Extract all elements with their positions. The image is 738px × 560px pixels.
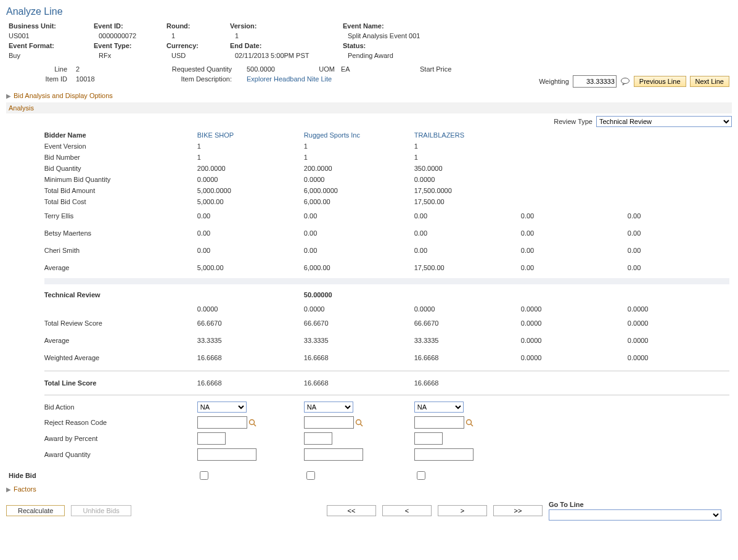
reject-reason-label: Reject Reason Code xyxy=(42,414,195,430)
nav-next-button[interactable]: > xyxy=(438,505,487,516)
bid-analysis-label: Bid Analysis and Display Options xyxy=(14,92,113,99)
table-cell: 33.3335 xyxy=(412,332,519,349)
table-cell: 17,500.0000 xyxy=(412,185,519,196)
comment-icon[interactable] xyxy=(620,77,630,86)
table-cell: 1 xyxy=(195,141,301,152)
bid-number-row-label: Bid Number xyxy=(42,152,195,163)
reject-reason-input-1[interactable] xyxy=(197,416,247,429)
table-cell: 0.00 xyxy=(195,207,301,224)
go-to-line-select[interactable] xyxy=(549,509,721,521)
bid-action-select-1[interactable]: NA xyxy=(197,401,247,413)
table-cell: 0.0000 xyxy=(412,174,519,185)
min-bid-qty-row-label: Minimum Bid Quantity xyxy=(42,174,195,185)
award-percent-input-2[interactable] xyxy=(304,432,332,445)
hide-bid-checkbox-2[interactable] xyxy=(306,471,315,480)
item-desc-link[interactable]: Explorer Headband Nite Lite xyxy=(247,75,332,83)
average-row-label: Average xyxy=(42,259,195,276)
status-value: Pending Award xyxy=(340,51,732,60)
table-cell: 0.00 xyxy=(301,224,412,242)
table-cell: 0.0000 xyxy=(625,332,732,349)
page-title: Analyze Line xyxy=(6,6,732,17)
reject-reason-input-2[interactable] xyxy=(304,416,354,429)
hide-bid-checkbox-3[interactable] xyxy=(417,471,425,480)
table-cell: 33.3335 xyxy=(301,332,412,349)
table-cell: 16.6668 xyxy=(301,376,412,390)
bid-analysis-section-toggle[interactable]: ▶ Bid Analysis and Display Options xyxy=(6,90,732,101)
person-name: Cheri Smith xyxy=(42,242,195,259)
go-to-line-label: Go To Line xyxy=(549,501,732,508)
table-cell: 1 xyxy=(412,152,519,163)
analysis-section-header: Analysis xyxy=(6,102,732,113)
table-cell: 0.0000 xyxy=(625,349,732,366)
event-format-value: Buy xyxy=(6,51,91,60)
line-label: Line xyxy=(6,64,70,74)
table-cell: 1 xyxy=(301,152,412,163)
previous-line-button[interactable]: Previous Line xyxy=(634,76,686,87)
table-cell: 1 xyxy=(301,141,412,152)
hide-bid-label: Hide Bid xyxy=(6,467,195,484)
table-cell: 17,500.00 xyxy=(412,196,519,207)
person-name: Betsy Maertens xyxy=(42,224,195,242)
table-cell: 16.6668 xyxy=(412,349,519,366)
award-qty-label: Award Quantity xyxy=(42,447,195,463)
technical-review-label: Technical Review xyxy=(42,286,195,303)
table-cell: 1 xyxy=(412,141,519,152)
lookup-icon[interactable] xyxy=(465,419,474,427)
award-qty-input-3[interactable] xyxy=(414,448,474,461)
round-label: Round: xyxy=(164,21,228,31)
factors-label: Factors xyxy=(14,485,36,493)
divider xyxy=(44,371,729,371)
item-id-value: 10018 xyxy=(70,74,115,89)
review-type-select[interactable]: Technical Review xyxy=(596,116,732,127)
table-cell: 0.00 xyxy=(519,207,625,224)
triangle-right-icon: ▶ xyxy=(6,486,11,493)
bid-action-select-2[interactable]: NA xyxy=(304,401,353,413)
factors-section-toggle[interactable]: ▶ Factors xyxy=(6,484,732,495)
svg-line-6 xyxy=(470,424,473,427)
status-label: Status: xyxy=(340,41,732,51)
award-qty-input-1[interactable] xyxy=(197,448,256,461)
weighting-input[interactable] xyxy=(573,75,617,88)
table-cell: 33.3335 xyxy=(195,332,301,349)
bid-action-select-3[interactable]: NA xyxy=(414,401,464,413)
award-percent-input-3[interactable] xyxy=(414,432,443,445)
table-cell: 0.00 xyxy=(625,224,732,242)
nav-prev-button[interactable]: < xyxy=(382,505,432,516)
table-cell: 0.00 xyxy=(195,242,301,259)
reject-reason-input-3[interactable] xyxy=(414,416,464,429)
nav-last-button[interactable]: >> xyxy=(493,505,543,516)
hide-bid-checkbox-1[interactable] xyxy=(200,471,208,480)
version-value: 1 xyxy=(228,31,340,41)
bidder-name-label: Bidder Name xyxy=(42,130,195,141)
table-cell: 0.00 xyxy=(519,242,625,259)
award-qty-input-2[interactable] xyxy=(304,448,363,461)
award-percent-label: Award by Percent xyxy=(42,430,195,447)
technical-review-value: 50.00000 xyxy=(301,286,412,303)
bid-action-label: Bid Action xyxy=(42,400,195,414)
total-bid-amount-row-label: Total Bid Amount xyxy=(42,185,195,196)
event-name-value: Split Analysis Event 001 xyxy=(340,31,732,41)
bidder-link-2[interactable]: Rugged Sports Inc xyxy=(304,131,360,139)
line-value: 2 xyxy=(70,64,115,74)
start-price-label: Start Price xyxy=(417,64,694,74)
event-version-row-label: Event Version xyxy=(42,141,195,152)
table-cell: 0.0000 xyxy=(519,332,625,349)
table-cell: 6,000.00 xyxy=(301,196,412,207)
event-info-table: Business Unit: Event ID: Round: Version:… xyxy=(6,21,732,60)
event-id-label: Event ID: xyxy=(91,21,164,31)
event-id-value: 0000000072 xyxy=(91,31,164,41)
bidder-link-1[interactable]: BIKE SHOP xyxy=(197,131,234,139)
svg-line-2 xyxy=(253,424,256,427)
award-percent-input-1[interactable] xyxy=(197,432,226,445)
bidder-link-3[interactable]: TRAILBLAZERS xyxy=(414,131,464,139)
next-line-button[interactable]: Next Line xyxy=(690,76,729,87)
nav-first-button[interactable]: << xyxy=(327,505,376,516)
table-cell: 16.6668 xyxy=(301,349,412,366)
svg-point-1 xyxy=(249,420,254,425)
table-cell: 0.0000 xyxy=(519,349,625,366)
table-cell: 0.00 xyxy=(301,242,412,259)
lookup-icon[interactable] xyxy=(248,419,257,427)
table-cell: 16.6668 xyxy=(412,376,519,390)
recalculate-button[interactable]: Recalculate xyxy=(6,505,65,516)
lookup-icon[interactable] xyxy=(355,419,364,427)
